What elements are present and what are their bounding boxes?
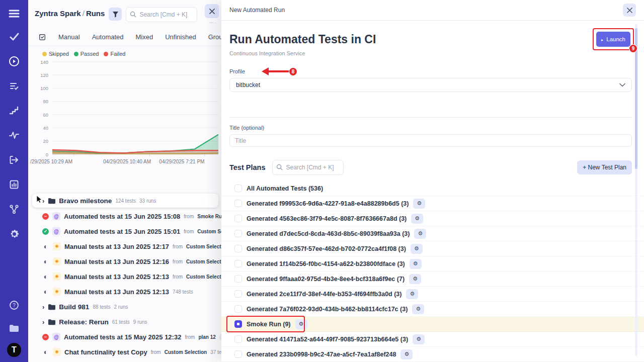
test-plan-settings-button[interactable]: ⚙ [412, 304, 424, 314]
group-tests-count: 124 tests [115, 198, 136, 204]
tab-automated[interactable]: Automated [92, 33, 124, 41]
help-icon[interactable]: ? [4, 297, 24, 314]
run-row[interactable]: ✓@Automated tests at 15 Jun 2025 15:01fr… [28, 224, 221, 239]
checkbox-unchecked[interactable] [234, 185, 242, 192]
svg-text:140: 140 [40, 59, 48, 65]
test-plan-settings-button[interactable]: ⚙ [409, 274, 421, 284]
run-group-row[interactable]: ›Release: Rerun61 tests9 runs [28, 314, 221, 329]
svg-text:120: 120 [40, 72, 48, 78]
import-icon[interactable] [4, 151, 24, 168]
test-plan-row[interactable]: Generated 41471a52-a644-49f7-9085-923713… [221, 332, 644, 347]
gear-icon: ⚙ [417, 200, 422, 207]
test-plan-settings-button[interactable]: ⚙ [411, 214, 423, 224]
legend-dot [104, 52, 108, 56]
page-subtitle: Continuous Integration Service [229, 50, 632, 56]
status-progress-icon: ◐ [42, 288, 49, 295]
run-row[interactable]: ◐✳Chat functinality test CopyfromCustom … [28, 344, 221, 359]
status-progress-icon: ◐ [42, 348, 49, 355]
tab-mixed[interactable]: Mixed [136, 33, 153, 41]
test-plans-icon[interactable] [4, 77, 24, 95]
launch-button[interactable]: ▸ Launch [596, 32, 630, 47]
run-row[interactable]: ◐✳Manual tests at 13 Jun 2025 12:16fromC… [28, 254, 221, 269]
checkbox-unchecked[interactable] [234, 275, 242, 283]
tab-unfinished[interactable]: Unfinished [165, 33, 196, 41]
test-plan-row[interactable]: Generated 4563ec86-3f79-4e5c-8087-8f7636… [221, 211, 644, 226]
new-test-plan-button[interactable]: + New Test Plan [577, 160, 632, 174]
test-plans-search-input[interactable] [272, 160, 344, 175]
chevron-right-icon[interactable]: › [42, 318, 44, 326]
svg-text:/29/2025 10:29 AM: /29/2025 10:29 AM [30, 159, 72, 164]
profile-select[interactable]: bitbucket [229, 78, 632, 92]
test-plan-row[interactable]: Generated 2ce11f7d-38ef-44fe-b353-4f694f… [221, 287, 644, 302]
drawer-close-button[interactable] [623, 4, 636, 17]
test-plan-settings-button[interactable]: ⚙ [406, 289, 418, 299]
checkbox-unchecked[interactable] [234, 335, 242, 343]
analytics-icon[interactable] [4, 176, 24, 193]
test-plan-settings-button[interactable]: ⚙ [413, 334, 425, 344]
checkbox-unchecked[interactable] [234, 200, 242, 207]
branch-tags-icon[interactable] [4, 201, 24, 218]
test-plan-settings-button[interactable]: ⚙ [410, 259, 422, 269]
run-row[interactable]: ◐✳Manual tests at 13 Jun 2025 12:13fromC… [28, 269, 221, 284]
run-title: Automated tests at 15 May 2025 12:32 [64, 333, 181, 341]
run-from-label: from [173, 244, 183, 249]
filter-button[interactable] [109, 8, 122, 21]
checkbox-unchecked[interactable] [234, 260, 242, 267]
tests-check-icon[interactable] [4, 28, 24, 45]
pulse-icon[interactable] [4, 127, 24, 144]
run-row[interactable]: ◐✳Manual tests at 13 Jun 2025 12:17fromC… [28, 239, 221, 254]
test-plan-row[interactable]: Generated 1f14b256-f0bc-4154-a622-b23800… [221, 256, 644, 272]
checkbox-unchecked[interactable] [234, 350, 242, 358]
drawer-header-title: New Automated Run [229, 7, 285, 14]
test-plan-label: All Automated Tests (536) [247, 185, 323, 192]
test-plan-row[interactable]: Generated d86c357f-57ee-462d-b702-0772ca… [221, 241, 644, 256]
svg-text:20: 20 [43, 138, 48, 144]
milestones-steps-icon[interactable] [4, 102, 24, 119]
checkbox-unchecked[interactable] [234, 215, 242, 222]
settings-gear-icon[interactable] [4, 225, 24, 242]
legend-item: Skipped [42, 51, 69, 57]
test-plan-row[interactable]: Generated d7dec5cd-8cda-463d-8b5c-89039f… [221, 226, 644, 241]
test-plan-row[interactable]: Generated 233b0998-b9c2-47ae-a5cf-7ea1af… [221, 347, 644, 362]
run-group-row[interactable]: ›Build 98188 tests2 runs [28, 299, 221, 314]
run-group-row[interactable]: ›Bravo milestone124 tests33 runs [32, 194, 218, 208]
test-plan-settings-button[interactable]: ⚙ [400, 349, 413, 359]
projects-folder-icon[interactable] [4, 320, 24, 337]
run-from-label: from [151, 349, 161, 355]
checkbox-unchecked[interactable] [234, 230, 242, 237]
run-title: Manual tests at 13 Jun 2025 12:17 [64, 243, 169, 250]
run-row[interactable]: −@Automated tests at 15 Jun 2025 15:08fr… [28, 209, 221, 224]
test-plan-settings-button[interactable]: ⚙ [413, 199, 425, 209]
checkbox-checked[interactable] [234, 320, 242, 328]
runs-search-input[interactable] [126, 7, 197, 22]
breadcrumb-project[interactable]: Zyntra Spark [35, 9, 81, 18]
test-plan-settings-button[interactable]: ⚙ [295, 319, 307, 329]
manual-run-icon: ✳ [53, 348, 61, 356]
test-plan-settings-button[interactable]: ⚙ [411, 244, 423, 254]
run-row[interactable]: −@Automated tests at 15 May 2025 12:32fr… [28, 329, 221, 344]
play-icon: ▸ [601, 38, 603, 42]
test-plan-row[interactable]: Smoke Run (9)⚙ [221, 317, 644, 332]
test-plan-settings-button[interactable]: ⚙ [414, 229, 426, 239]
checkbox-unchecked[interactable] [234, 245, 242, 252]
group-runs-count: 2 runs [114, 304, 128, 310]
checkbox-unchecked[interactable] [234, 305, 242, 313]
run-title: Manual tests at 13 Jun 2025 12:16 [64, 258, 169, 265]
test-plan-row[interactable]: All Automated Tests (536) [221, 181, 644, 196]
panel-close-button[interactable] [205, 4, 219, 18]
tab-manual[interactable]: Manual [58, 33, 80, 41]
menu-icon[interactable] [4, 5, 24, 22]
runs-play-icon[interactable] [4, 53, 24, 70]
title-input[interactable] [229, 134, 632, 147]
run-tests-count: 748 tests [173, 289, 193, 295]
test-plan-row[interactable]: Generated 9ffaaa02-975d-4b3e-8ee4-bcf318… [221, 272, 644, 287]
run-row[interactable]: ◐✳Manual tests at 13 Jun 2025 12:13748 t… [28, 284, 221, 299]
select-runs-icon[interactable] [38, 33, 46, 41]
page-title: Run Automated Tests in CI [229, 33, 632, 46]
test-plan-label: Generated f99953c6-9d6a-4227-91a8-e4a882… [247, 200, 409, 207]
test-plan-row[interactable]: Generated f99953c6-9d6a-4227-91a8-e4a882… [221, 196, 644, 211]
test-plan-row[interactable]: Generated 7a76f022-93d0-434b-b462-bb8114… [221, 302, 644, 317]
chevron-right-icon[interactable]: › [42, 303, 44, 311]
app-logo[interactable]: T [7, 343, 21, 357]
checkbox-unchecked[interactable] [234, 290, 242, 298]
